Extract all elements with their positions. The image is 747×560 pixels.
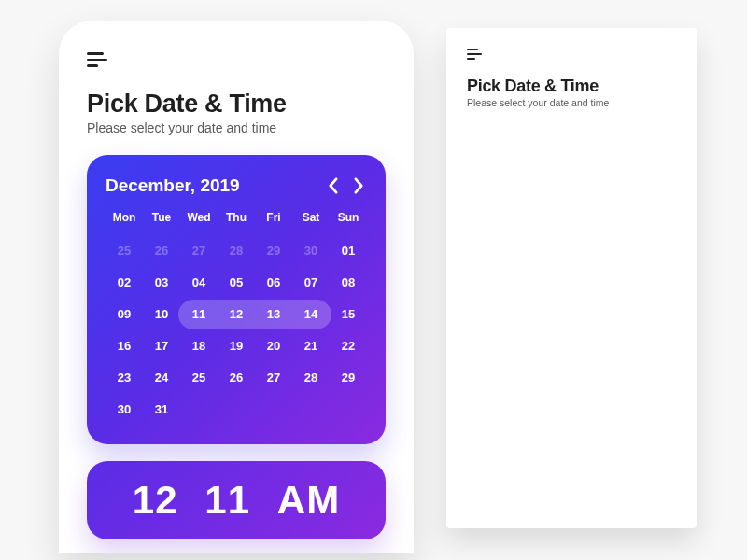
day-cell[interactable]: 06 [255, 267, 292, 299]
day-cell[interactable]: 28 [292, 362, 330, 394]
day-cell[interactable]: 19 [218, 330, 255, 362]
day-cell[interactable]: 05 [218, 267, 255, 299]
day-cell[interactable]: 15 [330, 299, 367, 330]
day-cell[interactable]: 07 [292, 267, 330, 299]
dow-label: Sat [292, 211, 330, 235]
prev-month-button[interactable] [324, 177, 341, 194]
day-cell[interactable]: 02 [106, 267, 143, 299]
day-cell[interactable]: 23 [106, 362, 143, 394]
day-cell[interactable]: 01 [330, 235, 367, 267]
day-cell[interactable]: 26 [143, 235, 180, 267]
day-cell[interactable]: 13 [255, 299, 292, 330]
time-card: 12 11 AM [87, 461, 386, 539]
calendar-grid: MonTueWedThuFriSatSun2526272829300102030… [106, 211, 367, 426]
next-month-button[interactable] [350, 177, 367, 194]
day-cell[interactable]: 10 [143, 299, 180, 330]
dow-label: Sun [330, 211, 367, 235]
dow-label: Mon [106, 211, 143, 235]
day-cell[interactable]: 21 [292, 330, 330, 362]
page-title: Pick Date & Time [467, 77, 676, 96]
dow-label: Fri [255, 211, 292, 235]
day-cell[interactable]: 22 [330, 330, 367, 362]
day-cell[interactable]: 08 [330, 267, 367, 299]
day-cell[interactable]: 27 [180, 235, 218, 267]
day-cell[interactable]: 30 [106, 394, 143, 426]
day-cell[interactable]: 25 [180, 362, 218, 394]
page-subtitle: Please select your date and time [467, 97, 676, 108]
time-minute[interactable]: 11 [204, 478, 250, 523]
day-cell[interactable]: 29 [330, 362, 367, 394]
day-cell[interactable]: 17 [143, 330, 180, 362]
day-cell[interactable]: 12 [218, 299, 255, 330]
day-cell[interactable]: 24 [143, 362, 180, 394]
menu-icon[interactable] [467, 49, 482, 60]
dow-label: Wed [180, 211, 218, 235]
month-label: December, 2019 [106, 175, 315, 196]
day-cell[interactable]: 11 [180, 299, 218, 330]
day-cell[interactable]: 27 [255, 362, 292, 394]
day-cell[interactable]: 20 [255, 330, 292, 362]
day-cell[interactable]: 26 [218, 362, 255, 394]
day-cell[interactable]: 18 [180, 330, 218, 362]
day-cell[interactable]: 30 [292, 235, 330, 267]
day-cell[interactable]: 14 [292, 299, 330, 330]
time-ampm[interactable]: AM [277, 478, 340, 523]
day-cell[interactable]: 25 [106, 235, 143, 267]
day-cell[interactable]: 09 [106, 299, 143, 330]
dow-label: Thu [218, 211, 255, 235]
page-subtitle: Please select your date and time [87, 120, 386, 135]
day-cell[interactable]: 28 [218, 235, 255, 267]
day-cell[interactable]: 04 [180, 267, 218, 299]
calendar-card: December, 2019 MonTueWedThuFriSatSun2526… [87, 155, 386, 444]
day-cell[interactable]: 31 [143, 394, 180, 426]
day-cell[interactable]: 16 [106, 330, 143, 362]
page-title: Pick Date & Time [87, 90, 386, 119]
day-cell[interactable]: 03 [143, 267, 180, 299]
phone-main: Pick Date & Time Please select your date… [59, 21, 414, 553]
phone-secondary: Pick Date & Time Please select your date… [446, 28, 697, 528]
day-cell[interactable]: 29 [255, 235, 292, 267]
menu-icon[interactable] [87, 52, 107, 67]
dow-label: Tue [143, 211, 180, 235]
time-hour[interactable]: 12 [133, 478, 178, 523]
